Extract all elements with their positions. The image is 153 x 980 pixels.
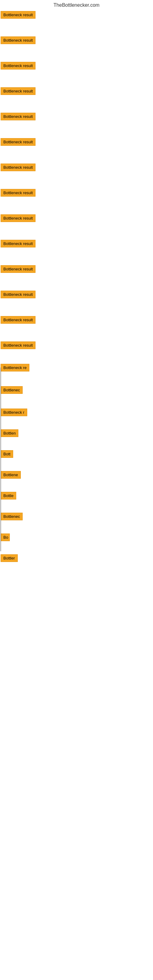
list-item: Bott: [1, 450, 153, 460]
list-item: Bottleneck result: [1, 61, 153, 72]
bottleneck-badge[interactable]: Bottleneck r: [1, 409, 27, 416]
bottleneck-badge[interactable]: Bottleneck result: [1, 265, 35, 273]
bottleneck-badge[interactable]: Bottleneck result: [1, 291, 35, 298]
list-item: Bottleneck result: [1, 290, 153, 300]
site-title: TheBottlenecker.com: [0, 0, 153, 9]
site-title-text: TheBottlenecker.com: [54, 2, 99, 8]
bottleneck-badge[interactable]: Bottleneck result: [1, 11, 35, 19]
bottleneck-badge[interactable]: Bottleneck result: [1, 164, 35, 171]
bottleneck-badge[interactable]: Bottleneck result: [1, 215, 35, 222]
list-item: Bottleneck result: [1, 163, 153, 173]
bottleneck-badge[interactable]: Bottlene: [1, 471, 21, 479]
bottleneck-badge[interactable]: Bottleneck result: [1, 189, 35, 197]
list-item: Bottle: [1, 491, 153, 501]
bottleneck-badge[interactable]: Bottler: [1, 554, 18, 562]
list-item: Bottlene: [1, 470, 153, 480]
list-item: Bottlen: [1, 429, 153, 439]
list-item: Bottleneck re: [1, 363, 153, 373]
list-item: Bottleneck r: [1, 408, 153, 418]
bottleneck-badge[interactable]: Bottleneck result: [1, 138, 35, 146]
bottleneck-badge[interactable]: Bottleneck re: [1, 364, 29, 371]
bottleneck-badge[interactable]: Bottleneck result: [1, 62, 35, 70]
list-item: Bottlenec: [1, 385, 153, 396]
list-item: Bottleneck result: [1, 36, 153, 46]
list-item: Bottleneck result: [1, 112, 153, 122]
list-item: Bottleneck result: [1, 265, 153, 275]
list-item: Bottleneck result: [1, 188, 153, 199]
list-item: Bottleneck result: [1, 87, 153, 97]
list-item: Bottleneck result: [1, 341, 153, 351]
list-item: Bottler: [1, 554, 153, 564]
list-item: Bottleneck result: [1, 137, 153, 148]
bottleneck-badge[interactable]: Bottlenec: [1, 386, 22, 394]
bottleneck-badge[interactable]: Bottleneck result: [1, 240, 35, 247]
bottleneck-badge[interactable]: Bottleneck result: [1, 342, 35, 349]
bottleneck-badge[interactable]: Bottleneck result: [1, 37, 35, 44]
bottleneck-badge[interactable]: Bottlenec: [1, 513, 22, 520]
list-item: Bo: [1, 533, 153, 543]
items-container: Bottleneck resultBottleneck resultBottle…: [0, 9, 153, 564]
bottleneck-badge[interactable]: Bottleneck result: [1, 316, 35, 324]
list-item: Bottleneck result: [1, 10, 153, 21]
list-item: Bottleneck result: [1, 315, 153, 326]
list-item: Bottlenec: [1, 512, 153, 522]
bottleneck-badge[interactable]: Bottle: [1, 492, 16, 500]
list-item: Bottleneck result: [1, 214, 153, 224]
list-item: Bottleneck result: [1, 239, 153, 249]
bottleneck-badge[interactable]: Bottleneck result: [1, 87, 35, 95]
bottleneck-badge[interactable]: Bott: [1, 450, 13, 458]
bottleneck-badge[interactable]: Bottleneck result: [1, 113, 35, 120]
bottleneck-badge[interactable]: Bottlen: [1, 430, 18, 437]
bottleneck-badge[interactable]: Bo: [1, 533, 10, 541]
